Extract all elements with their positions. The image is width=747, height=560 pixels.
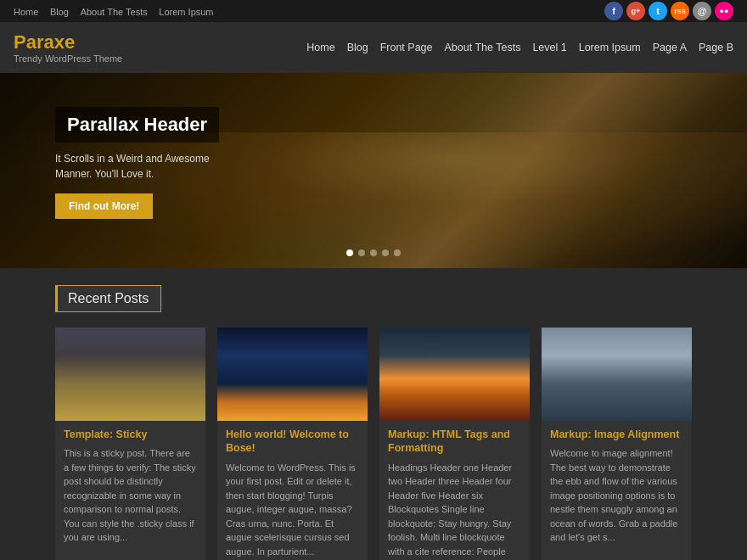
twitter-icon[interactable]: t — [649, 2, 667, 20]
nav-page-a[interactable]: Page A — [653, 42, 687, 53]
flickr-icon[interactable]: ●● — [715, 2, 733, 20]
post-excerpt-3: Headings Header one Header two Header th… — [388, 461, 521, 561]
post-thumbnail-2 — [217, 328, 368, 421]
site-title-area: Paraxe Trendy WordPress Theme — [14, 31, 122, 64]
post-thumbnail-1 — [55, 328, 205, 421]
hero-cta-button[interactable]: Find out More! — [55, 193, 153, 219]
facebook-icon[interactable]: f — [604, 2, 623, 20]
hero-dot-2[interactable] — [358, 249, 365, 256]
post-card-1: Template: Sticky This is a sticky post. … — [55, 328, 205, 560]
post-card-2: Hello world! Welcome to Bose! Welcome to… — [217, 328, 368, 560]
site-title[interactable]: Paraxe — [14, 31, 122, 53]
post-body-4: Markup: Image Alignment Welcome to image… — [542, 421, 692, 552]
site-header: Paraxe Trendy WordPress Theme Home Blog … — [0, 22, 747, 73]
post-card-4: Markup: Image Alignment Welcome to image… — [542, 328, 692, 560]
post-body-1: Template: Sticky This is a sticky post. … — [55, 421, 205, 552]
post-title-1[interactable]: Template: Sticky — [64, 428, 197, 441]
post-thumbnail-3 — [379, 328, 530, 421]
post-title-4[interactable]: Markup: Image Alignment — [550, 428, 683, 441]
nav-level1[interactable]: Level 1 — [532, 42, 566, 53]
nav-home[interactable]: Home — [306, 42, 334, 53]
post-body-3: Markup: HTML Tags and Formatting Heading… — [379, 421, 530, 560]
post-title-2[interactable]: Hello world! Welcome to Bose! — [226, 428, 359, 456]
top-navigation[interactable]: Home Blog About The Tests Lorem Ipsum — [14, 5, 222, 18]
main-content: Recent Posts Template: Sticky This is a … — [0, 268, 747, 560]
hero-content: Parallax Header It Scrolls in a Weird an… — [55, 107, 225, 219]
nav-lorem-ipsum[interactable]: Lorem Ipsum — [579, 42, 641, 53]
top-bar: Home Blog About The Tests Lorem Ipsum f … — [0, 0, 747, 22]
top-nav-blog[interactable]: Blog — [50, 7, 69, 17]
recent-posts-title: Recent Posts — [55, 285, 161, 312]
post-body-2: Hello world! Welcome to Bose! Welcome to… — [217, 421, 368, 560]
hero-dot-3[interactable] — [370, 249, 377, 256]
post-excerpt-4: Welcome to image alignment! The best way… — [550, 446, 683, 545]
main-navigation: Home Blog Front Page About The Tests Lev… — [306, 42, 733, 53]
rss-icon[interactable]: rss — [671, 2, 689, 20]
nav-blog[interactable]: Blog — [347, 42, 368, 53]
email-icon[interactable]: @ — [693, 2, 711, 20]
google-plus-icon[interactable]: g+ — [626, 2, 645, 20]
top-nav-about[interactable]: About The Tests — [81, 7, 148, 17]
post-title-3[interactable]: Markup: HTML Tags and Formatting — [388, 428, 521, 456]
hero-title: Parallax Header — [67, 114, 207, 136]
hero-subtitle: It Scrolls in a Weird and Awesome Manner… — [55, 151, 225, 182]
posts-grid: Template: Sticky This is a sticky post. … — [55, 328, 692, 560]
nav-front-page[interactable]: Front Page — [380, 42, 433, 53]
recent-posts-header: Recent Posts — [55, 285, 692, 312]
hero-dot-4[interactable] — [382, 249, 389, 256]
post-thumbnail-4 — [542, 328, 692, 421]
nav-page-b[interactable]: Page B — [699, 42, 733, 53]
top-nav-lorem[interactable]: Lorem Ipsum — [159, 7, 213, 17]
hero-carousel-dots — [346, 249, 401, 256]
top-nav-home[interactable]: Home — [14, 7, 38, 17]
hero-section: Parallax Header It Scrolls in a Weird an… — [0, 73, 747, 268]
hero-title-box: Parallax Header — [55, 107, 219, 143]
hero-dot-1[interactable] — [346, 249, 353, 256]
post-excerpt-1: This is a sticky post. There are a few t… — [64, 446, 197, 545]
post-card-3: Markup: HTML Tags and Formatting Heading… — [379, 328, 530, 560]
nav-about-tests[interactable]: About The Tests — [445, 42, 521, 53]
hero-dot-5[interactable] — [394, 249, 401, 256]
post-excerpt-2: Welcome to WordPress. This is your first… — [226, 461, 359, 559]
social-icons-bar: f g+ t rss @ ●● — [604, 2, 733, 20]
site-tagline: Trendy WordPress Theme — [14, 53, 122, 64]
